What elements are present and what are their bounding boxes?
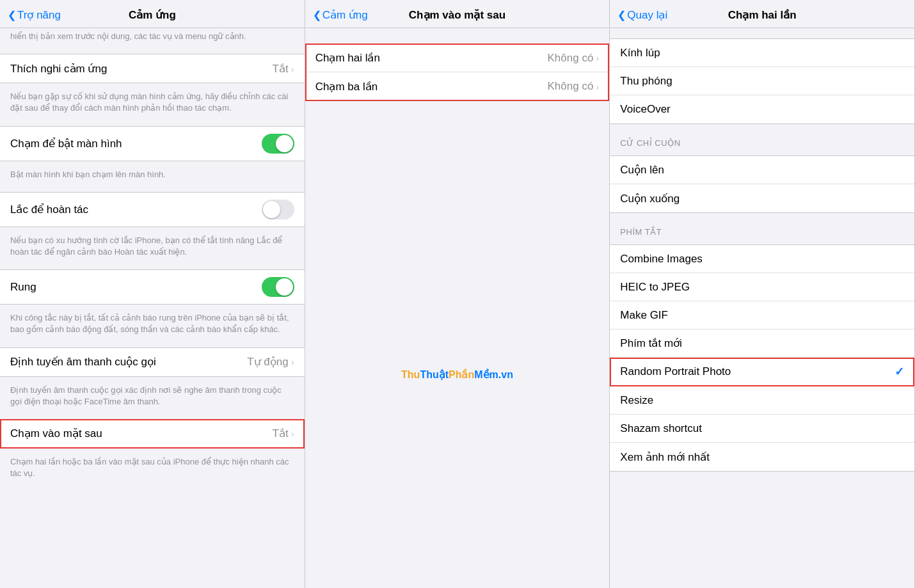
panel3-back-label: Quay lại bbox=[627, 8, 667, 22]
chevron-left-icon-3: ❮ bbox=[617, 9, 626, 21]
dinh-tuyen-group: Định tuyến âm thanh cuộc gọi Tự động › bbox=[0, 347, 305, 377]
back-to-cham-mat-sau[interactable]: ❮ Quay lại bbox=[617, 8, 667, 22]
panel1-desc1: hiển thị bản xem trước nội dung, các tác… bbox=[0, 28, 305, 49]
thich-nghi-row[interactable]: Thích nghi cảm ứng Tắt › bbox=[0, 54, 305, 83]
panel-cham-mat-sau: ❮ Cảm ứng Chạm vào mặt sau Chạm hai lần … bbox=[305, 0, 610, 588]
dinh-tuyen-label: Định tuyến âm thanh cuộc gọi bbox=[10, 355, 247, 369]
panel1-title: Cảm ứng bbox=[129, 8, 176, 22]
voiceover-label: VoiceOver bbox=[620, 103, 904, 116]
panel3-content: Kính lúp Thu phóng VoiceOver CỬ CHỈ CUỘN… bbox=[610, 28, 914, 588]
panel3-header: ❮ Quay lại Chạm hai lần bbox=[610, 0, 914, 28]
make-gif-row[interactable]: Make GIF bbox=[610, 301, 914, 330]
thu-phong-label: Thu phóng bbox=[620, 75, 904, 88]
lac-de-hoan-tac-row: Lắc để hoàn tác bbox=[0, 193, 305, 226]
back-to-tro-nang[interactable]: ❮ Trợ năng bbox=[8, 8, 61, 22]
toggle-group-2: Lắc để hoàn tác bbox=[0, 192, 305, 227]
watermark-thuat: Thuật bbox=[420, 369, 449, 380]
cham-hai-lan-row[interactable]: Chạm hai lần Không có › bbox=[305, 44, 610, 72]
thu-phong-row[interactable]: Thu phóng bbox=[610, 67, 914, 95]
resize-row[interactable]: Resize bbox=[610, 386, 914, 415]
cuon-len-label: Cuộn lên bbox=[620, 163, 904, 177]
cham-mat-sau-label: Chạm vào mặt sau bbox=[10, 427, 273, 440]
phim-tat-moi-label: Phím tắt mới bbox=[620, 337, 904, 350]
watermark-phan: Phần bbox=[449, 369, 474, 380]
voiceover-row[interactable]: VoiceOver bbox=[610, 95, 914, 123]
toggle-thumb-2 bbox=[263, 201, 280, 218]
spacer2 bbox=[610, 28, 914, 33]
cham-mat-sau-group: Chạm vào mặt sau Tắt › bbox=[0, 419, 305, 449]
lac-de-hoan-tac-label: Lắc để hoàn tác bbox=[10, 203, 262, 216]
rung-label: Rung bbox=[10, 281, 262, 294]
cuon-xuong-label: Cuộn xuống bbox=[620, 192, 904, 205]
xem-anh-moi-nhat-label: Xem ảnh mới nhất bbox=[620, 450, 904, 464]
shazam-shortcut-row[interactable]: Shazam shortcut bbox=[610, 415, 914, 443]
rung-toggle[interactable] bbox=[262, 277, 294, 297]
dinh-tuyen-row[interactable]: Định tuyến âm thanh cuộc gọi Tự động › bbox=[0, 348, 305, 376]
panel-cam-ung: ❮ Trợ năng Cảm ứng hiển thị bản xem trướ… bbox=[0, 0, 305, 588]
cuon-xuong-row[interactable]: Cuộn xuống bbox=[610, 184, 914, 212]
xem-anh-moi-nhat-row[interactable]: Xem ảnh mới nhất bbox=[610, 443, 914, 471]
panel1-content: hiển thị bản xem trước nội dung, các tác… bbox=[0, 28, 305, 588]
watermark-thu: Thu bbox=[401, 369, 420, 380]
cham-hai-ba-lan-group: Chạm hai lần Không có › Chạm ba lần Khôn… bbox=[305, 44, 610, 101]
make-gif-label: Make GIF bbox=[620, 309, 904, 322]
cham-mat-sau-row[interactable]: Chạm vào mặt sau Tắt › bbox=[0, 420, 305, 448]
cham-mat-sau-desc: Chạm hai lần hoặc ba lần vào mặt sau của… bbox=[0, 454, 305, 486]
chevron-right-icon-3: › bbox=[291, 428, 294, 439]
cham-de-bat-desc: Bật màn hình khi bạn chạm lên màn hình. bbox=[0, 166, 305, 187]
cham-ba-lan-label: Chạm ba lần bbox=[315, 80, 548, 93]
spacer bbox=[305, 28, 610, 38]
phim-tat-group: Combine Images HEIC to JPEG Make GIF Phí… bbox=[610, 244, 914, 472]
panel2-content: Chạm hai lần Không có › Chạm ba lần Khôn… bbox=[305, 28, 610, 588]
thich-nghi-value: Tắt bbox=[273, 62, 289, 75]
thich-nghi-label: Thích nghi cảm ứng bbox=[10, 62, 273, 75]
cham-de-bat-man-hinh-row: Chạm để bật màn hình bbox=[0, 127, 305, 161]
chevron-right-icon-5: › bbox=[596, 81, 599, 92]
cham-ba-lan-row[interactable]: Chạm ba lần Không có › bbox=[305, 72, 610, 100]
heic-to-jpeg-label: HEIC to JPEG bbox=[620, 281, 904, 294]
watermark-mem: Mềm bbox=[474, 369, 498, 380]
combine-images-label: Combine Images bbox=[620, 253, 904, 266]
panel2-spacer bbox=[305, 106, 610, 362]
toggle-thumb bbox=[276, 135, 293, 152]
chevron-right-icon-2: › bbox=[291, 356, 294, 367]
cham-ba-lan-value: Không có bbox=[548, 80, 594, 93]
cu-chi-cuon-group: Cuộn lên Cuộn xuống bbox=[610, 155, 914, 213]
rung-desc: Khi công tắc này bị tắt, tất cả cảnh báo… bbox=[0, 310, 305, 342]
back-to-cam-ung[interactable]: ❮ Cảm ứng bbox=[313, 8, 368, 22]
panel2-header: ❮ Cảm ứng Chạm vào mặt sau bbox=[305, 0, 610, 28]
cham-hai-lan-label: Chạm hai lần bbox=[315, 51, 548, 65]
random-portrait-row[interactable]: Random Portrait Photo ✓ bbox=[610, 358, 914, 386]
cham-mat-sau-value: Tắt bbox=[273, 427, 289, 440]
dinh-tuyen-desc: Định tuyến âm thanh cuộc gọi xác định nơ… bbox=[0, 382, 305, 414]
lac-de-hoan-tac-toggle[interactable] bbox=[262, 200, 294, 219]
phim-tat-moi-row[interactable]: Phím tắt mới bbox=[610, 330, 914, 358]
random-portrait-label: Random Portrait Photo bbox=[620, 365, 895, 378]
chevron-right-icon-4: › bbox=[596, 52, 599, 63]
heic-to-jpeg-row[interactable]: HEIC to JPEG bbox=[610, 273, 914, 301]
watermark: ThuThuậtPhầnMềm.vn bbox=[305, 362, 610, 387]
cu-chi-cuon-category: CỬ CHỈ CUỘN bbox=[610, 129, 914, 150]
rung-row: Rung bbox=[0, 270, 305, 304]
combine-images-row[interactable]: Combine Images bbox=[610, 245, 914, 273]
cham-hai-lan-value: Không có bbox=[548, 52, 594, 65]
panel3-title: Chạm hai lần bbox=[728, 8, 797, 22]
panel2-title: Chạm vào mặt sau bbox=[409, 8, 505, 22]
phim-tat-category: PHÍM TẮT bbox=[610, 218, 914, 239]
toggle-group-3: Rung bbox=[0, 269, 305, 305]
basic-options-group: Kính lúp Thu phóng VoiceOver bbox=[610, 38, 914, 124]
back-label: Trợ năng bbox=[17, 8, 61, 22]
chevron-right-icon: › bbox=[291, 63, 294, 74]
cham-de-bat-toggle[interactable] bbox=[262, 134, 294, 154]
cuon-len-row[interactable]: Cuộn lên bbox=[610, 156, 914, 184]
panel1-desc2: Nếu bạn gặp sự cố khi sử dụng màn hình c… bbox=[0, 88, 305, 120]
thich-nghi-group: Thích nghi cảm ứng Tắt › bbox=[0, 54, 305, 83]
chevron-left-icon: ❮ bbox=[8, 9, 16, 21]
toggle-group-1: Chạm để bật màn hình bbox=[0, 126, 305, 161]
shazam-shortcut-label: Shazam shortcut bbox=[620, 422, 904, 435]
cham-de-bat-label: Chạm để bật màn hình bbox=[10, 137, 262, 150]
lac-de-hoan-tac-desc: Nếu bạn có xu hướng tình cờ lắc iPhone, … bbox=[0, 232, 305, 264]
kinh-lup-row[interactable]: Kính lúp bbox=[610, 39, 914, 67]
chevron-left-icon-2: ❮ bbox=[313, 9, 321, 21]
panel2-back-label: Cảm ứng bbox=[322, 8, 368, 22]
